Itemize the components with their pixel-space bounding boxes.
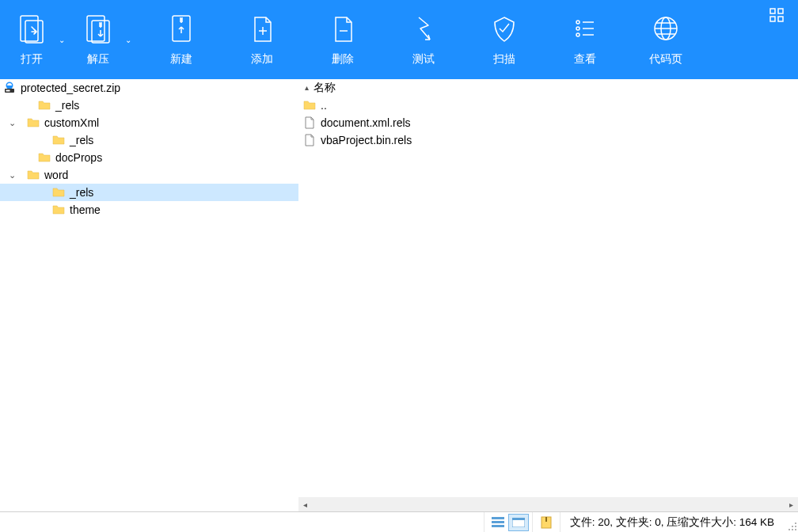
extract-icon bbox=[84, 13, 112, 44]
tree-panel[interactable]: protected_secret.zip _rels ⌄ customXml _… bbox=[0, 79, 298, 511]
layout-toggle[interactable] bbox=[770, 8, 784, 25]
expander[interactable]: ⌄ bbox=[6, 170, 17, 180]
codepage-button[interactable]: 代码页 bbox=[625, 13, 706, 66]
test-label: 测试 bbox=[412, 52, 435, 66]
svg-point-28 bbox=[795, 529, 796, 530]
grid-icon bbox=[770, 8, 784, 22]
scroll-left[interactable]: ◂ bbox=[298, 498, 312, 511]
folder-icon bbox=[52, 186, 65, 199]
tree-item[interactable]: _rels bbox=[0, 131, 298, 149]
tree-label: _rels bbox=[70, 134, 93, 146]
folder-icon bbox=[27, 169, 40, 181]
file-row[interactable]: vbaProject.bin.rels bbox=[298, 131, 798, 149]
scroll-track[interactable] bbox=[312, 498, 785, 511]
tree-item[interactable]: theme bbox=[0, 201, 298, 218]
add-icon bbox=[248, 13, 276, 44]
view-button[interactable]: 查看 bbox=[545, 13, 625, 66]
svg-rect-11 bbox=[778, 9, 783, 13]
new-button[interactable]: 新建 bbox=[141, 13, 222, 66]
svg-rect-2 bbox=[87, 16, 104, 41]
tree-label: docProps bbox=[55, 151, 102, 164]
scan-label: 扫描 bbox=[493, 52, 515, 66]
tree-label: word bbox=[44, 169, 68, 181]
file-icon bbox=[303, 134, 316, 146]
folder-icon bbox=[52, 134, 65, 146]
new-icon bbox=[167, 13, 196, 44]
scroll-right[interactable]: ▸ bbox=[785, 498, 798, 511]
tree-label: customXml bbox=[44, 116, 99, 129]
add-button[interactable]: 添加 bbox=[222, 13, 302, 66]
content-panel: ▴ 名称 .. document.xml.rels vbaProject.bin… bbox=[298, 79, 798, 511]
svg-rect-13 bbox=[778, 17, 783, 21]
folder-icon bbox=[52, 203, 65, 216]
codepage-icon bbox=[652, 13, 680, 44]
add-label: 添加 bbox=[251, 52, 273, 66]
scan-button[interactable]: 扫描 bbox=[464, 13, 545, 66]
delete-icon bbox=[329, 13, 357, 44]
open-button[interactable]: 打开 bbox=[8, 13, 55, 66]
tree-label: _rels bbox=[70, 186, 93, 199]
tree-root-label: protected_secret.zip bbox=[21, 82, 120, 94]
expander[interactable]: ⌄ bbox=[6, 118, 17, 128]
status-text: 文件: 20, 文件夹: 0, 压缩文件大小: 164 KB bbox=[564, 515, 781, 530]
file-name: .. bbox=[321, 99, 327, 112]
file-name: vbaProject.bin.rels bbox=[321, 134, 412, 146]
tree-item[interactable]: ⌄ customXml bbox=[0, 114, 298, 131]
new-label: 新建 bbox=[170, 52, 192, 66]
tree-label: _rels bbox=[55, 99, 79, 112]
file-list[interactable]: .. document.xml.rels vbaProject.bin.rels bbox=[298, 97, 798, 497]
svg-rect-16 bbox=[6, 90, 10, 92]
file-row[interactable]: document.xml.rels bbox=[298, 114, 798, 131]
extract-label: 解压 bbox=[87, 52, 109, 66]
scan-icon bbox=[490, 13, 519, 44]
toolbar: 打开 ⌄ 解压 ⌄ 新建 添加 删除 测试 扫描 bbox=[0, 0, 798, 79]
delete-button[interactable]: 删除 bbox=[302, 13, 383, 66]
extract-dropdown[interactable]: ⌄ bbox=[122, 36, 141, 44]
folder-icon bbox=[27, 116, 40, 129]
svg-rect-12 bbox=[770, 17, 775, 21]
svg-point-25 bbox=[795, 526, 796, 527]
test-button[interactable]: 测试 bbox=[383, 13, 464, 66]
resize-grip[interactable] bbox=[784, 512, 798, 532]
svg-rect-21 bbox=[512, 518, 525, 520]
codepage-label: 代码页 bbox=[649, 52, 682, 66]
column-header-name[interactable]: ▴ 名称 bbox=[298, 79, 798, 97]
view-label: 查看 bbox=[574, 52, 596, 66]
status-bar: 文件: 20, 文件夹: 0, 压缩文件大小: 164 KB bbox=[0, 511, 798, 532]
view-list-button[interactable] bbox=[508, 514, 529, 531]
folder-icon bbox=[38, 151, 51, 164]
horizontal-scrollbar[interactable]: ◂ ▸ bbox=[298, 497, 798, 511]
svg-rect-19 bbox=[492, 525, 504, 527]
file-row-up[interactable]: .. bbox=[298, 97, 798, 114]
svg-rect-18 bbox=[492, 521, 504, 523]
svg-rect-0 bbox=[21, 16, 38, 41]
sort-arrow-icon: ▴ bbox=[305, 83, 309, 92]
svg-point-26 bbox=[788, 529, 790, 530]
tree-label: theme bbox=[70, 203, 101, 216]
svg-point-6 bbox=[576, 27, 580, 30]
open-dropdown[interactable]: ⌄ bbox=[55, 36, 74, 44]
extract-button[interactable]: 解压 bbox=[74, 13, 122, 66]
svg-point-27 bbox=[792, 529, 793, 530]
folder-icon bbox=[38, 99, 51, 112]
file-icon bbox=[303, 116, 316, 129]
folder-up-icon bbox=[303, 99, 316, 112]
view-archive-button[interactable] bbox=[536, 514, 557, 531]
tree-item[interactable]: docProps bbox=[0, 149, 298, 166]
open-icon bbox=[17, 13, 46, 44]
tree-item-selected[interactable]: _rels bbox=[0, 184, 298, 201]
svg-point-5 bbox=[576, 21, 580, 24]
delete-label: 删除 bbox=[332, 52, 354, 66]
view-icon bbox=[571, 13, 599, 44]
view-details-button[interactable] bbox=[488, 514, 508, 531]
svg-rect-10 bbox=[770, 9, 775, 13]
svg-rect-17 bbox=[492, 517, 504, 519]
open-label: 打开 bbox=[21, 52, 43, 66]
main-area: protected_secret.zip _rels ⌄ customXml _… bbox=[0, 79, 798, 511]
tree-root[interactable]: protected_secret.zip bbox=[0, 79, 298, 97]
tree-item[interactable]: _rels bbox=[0, 97, 298, 114]
column-header-label: 名称 bbox=[314, 81, 336, 95]
test-icon bbox=[409, 13, 438, 44]
svg-point-7 bbox=[576, 33, 580, 36]
tree-item[interactable]: ⌄ word bbox=[0, 166, 298, 184]
